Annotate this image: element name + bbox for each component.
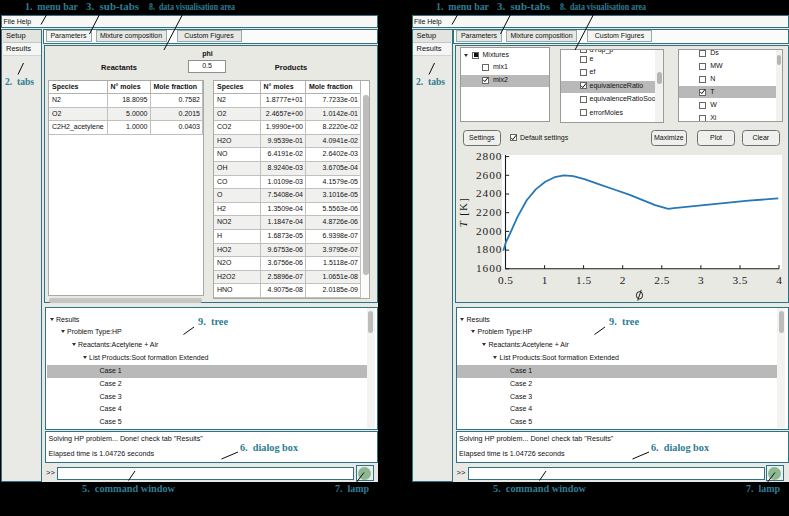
svg-text:1.5: 1.5 (576, 274, 591, 286)
svg-text:4: 4 (776, 274, 782, 286)
svg-text:1800: 1800 (476, 243, 502, 255)
svg-text:2400: 2400 (476, 187, 502, 199)
svg-text:T [K]: T [K] (458, 198, 470, 227)
svg-text:1600: 1600 (476, 262, 502, 274)
svg-text:2000: 2000 (476, 225, 502, 237)
svg-text:1: 1 (542, 274, 548, 286)
svg-text:3.5: 3.5 (733, 274, 748, 286)
svg-text:3: 3 (698, 274, 704, 286)
svg-text:0.5: 0.5 (498, 274, 513, 286)
svg-text:2200: 2200 (476, 206, 502, 218)
svg-text:2.5: 2.5 (654, 274, 669, 286)
svg-text:2800: 2800 (476, 150, 502, 162)
svg-text:2600: 2600 (476, 169, 502, 181)
svg-text:2: 2 (620, 274, 626, 286)
